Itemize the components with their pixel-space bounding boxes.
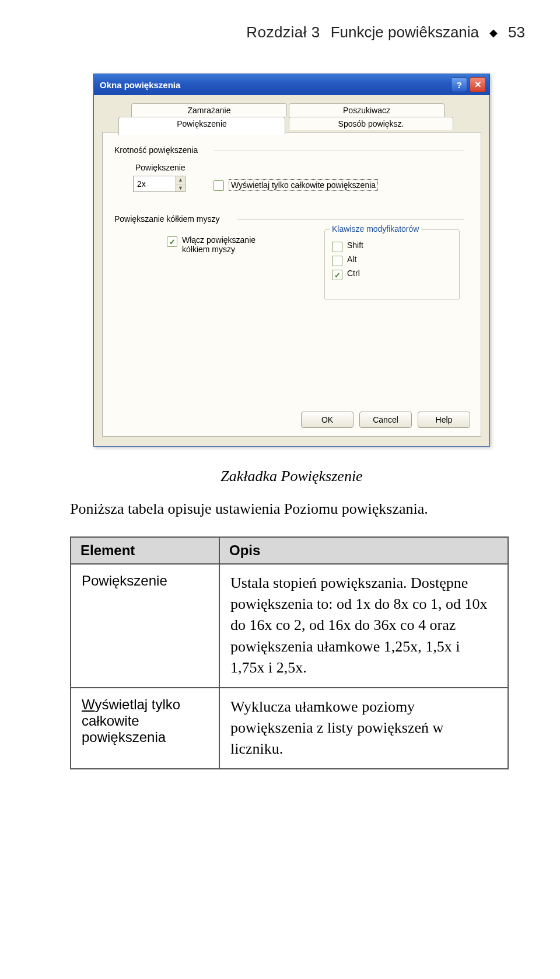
tab-label: Poszukiwacz — [343, 106, 390, 115]
checkbox-icon[interactable] — [332, 270, 342, 280]
titlebar[interactable]: Okna powiększenia ? ✕ — [94, 74, 489, 95]
tab-strip: Zamrażanie Poszukiwacz Powiększenie Spos… — [102, 103, 481, 133]
checkbox-label: Shift — [347, 241, 363, 250]
checkbox-icon[interactable] — [214, 180, 224, 191]
page-header: Rozdział 3 Funkcje powiêkszania ◆ 53 — [58, 23, 525, 41]
checkbox-shift[interactable]: Shift — [332, 241, 452, 252]
page: Rozdział 3 Funkcje powiêkszania ◆ 53 Okn… — [0, 0, 560, 979]
intro-paragraph: Poniższa tabela opisuje ustawienia Pozio… — [70, 498, 513, 520]
stepper-arrows[interactable]: ▲ ▼ — [176, 176, 186, 192]
chevron-down-icon[interactable]: ▼ — [176, 184, 185, 192]
dialog-body: Zamrażanie Poszukiwacz Powiększenie Spos… — [94, 95, 489, 446]
checkbox-label: Włącz powiększanie kółkiem myszy — [182, 235, 256, 254]
table-row: Wyświetlaj tylko całkowite powiększenia … — [71, 688, 508, 769]
checkbox-icon[interactable] — [332, 256, 342, 266]
window-title: Okna powiększenia — [100, 80, 449, 90]
row-desc: Ustala stopień powiększania. Dostępne po… — [219, 564, 508, 688]
checkbox-label: Wyświetlaj tylko całkowite powiększenia — [229, 179, 378, 191]
header-title: Funkcje powiêkszania — [331, 23, 479, 41]
tab-zoom-mode[interactable]: Sposób powiększ. — [289, 117, 453, 130]
chevron-up-icon[interactable]: ▲ — [176, 176, 185, 184]
ok-button[interactable]: OK — [301, 412, 354, 428]
checkbox-icon[interactable] — [332, 242, 342, 252]
checkbox-icon[interactable] — [167, 236, 177, 247]
row-name: Powiększenie — [71, 564, 219, 688]
table-row: Powiększenie Ustala stopień powiększania… — [71, 564, 508, 688]
row-name: Wyświetlaj tylko całkowite powiększenia — [71, 688, 219, 769]
row-desc: Wyklucza ułamkowe poziomy powiększenia z… — [219, 688, 508, 769]
description-table: Element Opis Powiększenie Ustala stopień… — [70, 536, 509, 769]
checkbox-enable-wheel[interactable]: Włącz powiększanie kółkiem myszy — [167, 235, 284, 254]
tab-finder[interactable]: Poszukiwacz — [289, 103, 444, 117]
cancel-button[interactable]: Cancel — [359, 412, 412, 428]
tab-zoom[interactable]: Powiększenie — [118, 117, 285, 135]
tab-panel-zoom: Krotność powiększenia Powiększenie ▲ ▼ W… — [102, 132, 481, 437]
dialog-button-row: OK Cancel Help — [301, 412, 470, 428]
zoom-value-input[interactable] — [133, 176, 176, 192]
checkbox-whole-only[interactable]: Wyświetlaj tylko całkowite powiększenia — [214, 179, 378, 191]
page-number: 53 — [508, 23, 525, 41]
dialog-window: Okna powiększenia ? ✕ Zamrażanie Poszuki… — [93, 74, 490, 447]
fieldset-modifiers: Klawisze modyfikatorów Shift Alt — [324, 229, 460, 299]
zoom-stepper[interactable]: ▲ ▼ — [133, 176, 186, 192]
group-multiplicity: Krotność powiększenia — [114, 145, 198, 155]
group-mousewheel: Powiększanie kółkiem myszy — [114, 214, 220, 224]
checkbox-label: Alt — [347, 255, 356, 264]
help-icon[interactable]: ? — [451, 77, 467, 92]
tab-label: Zamrażanie — [188, 106, 231, 115]
checkbox-ctrl[interactable]: Ctrl — [332, 269, 452, 280]
dialog-figure: Okna powiększenia ? ✕ Zamrażanie Poszuki… — [93, 74, 490, 447]
field-label-zoom: Powiększenie — [135, 163, 186, 172]
help-button[interactable]: Help — [418, 412, 470, 428]
chapter-label: Rozdział 3 — [246, 23, 320, 41]
fieldset-legend: Klawisze modyfikatorów — [330, 224, 421, 234]
close-icon[interactable]: ✕ — [470, 77, 486, 92]
checkbox-label: Ctrl — [347, 269, 360, 278]
diamond-icon: ◆ — [489, 26, 498, 39]
tab-freeze[interactable]: Zamrażanie — [131, 103, 287, 117]
table-header-element: Element — [71, 537, 219, 564]
figure-caption: Zakładka Powiększenie — [58, 468, 525, 485]
tab-label: Sposób powiększ. — [338, 119, 404, 128]
tab-label: Powiększenie — [177, 119, 227, 128]
table-header-description: Opis — [219, 537, 508, 564]
checkbox-alt[interactable]: Alt — [332, 255, 452, 266]
